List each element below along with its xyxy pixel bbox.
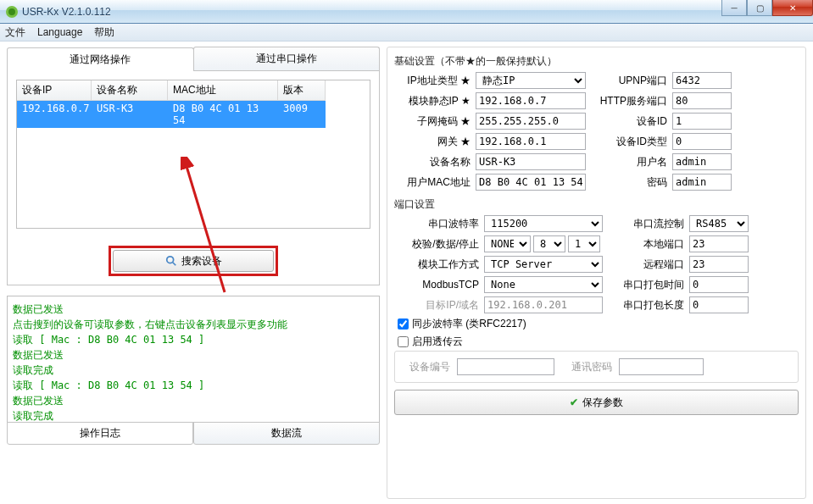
- col-name[interactable]: 设备名称: [92, 80, 168, 101]
- user-mac-input[interactable]: [476, 174, 586, 191]
- http-port-label: HTTP服务端口: [591, 94, 667, 108]
- cell-ip: 192.168.0.7: [17, 101, 92, 128]
- local-port-label: 本地端口: [608, 237, 684, 252]
- cloud-box: 设备编号 通讯密码: [394, 351, 799, 383]
- work-mode-label: 模块工作方式: [394, 258, 479, 272]
- save-params-button[interactable]: ✔ 保存参数: [394, 390, 799, 415]
- dev-name-label: 设备名称: [394, 155, 471, 169]
- parity-select[interactable]: NONE: [484, 235, 531, 252]
- log-line: 读取 [ Mac : D8 B0 4C 01 13 54 ]: [13, 378, 374, 393]
- maximize-button[interactable]: ▢: [747, 0, 772, 16]
- cell-name: USR-K3: [92, 101, 168, 128]
- search-button-highlight: 搜索设备: [109, 246, 278, 276]
- menu-help[interactable]: 帮助: [94, 25, 114, 40]
- cell-ver: 3009: [278, 101, 326, 128]
- ip-type-label: IP地址类型 ★: [394, 74, 471, 88]
- http-port-input[interactable]: [672, 92, 732, 109]
- menu-file[interactable]: 文件: [5, 25, 25, 40]
- ip-type-select[interactable]: 静态IP: [476, 72, 586, 89]
- password-label: 密码: [591, 175, 667, 190]
- subnet-label: 子网掩码 ★: [394, 114, 471, 129]
- remote-port-label: 远程端口: [608, 258, 684, 272]
- databits-select[interactable]: 8: [533, 235, 565, 252]
- upnp-port-label: UPNP端口: [591, 74, 667, 88]
- stopbits-select[interactable]: 1: [568, 235, 600, 252]
- log-line: 数据已发送: [13, 393, 374, 408]
- dev-id-type-input[interactable]: [672, 133, 732, 150]
- sync-baud-label: 同步波特率 (类RFC2217): [412, 317, 526, 331]
- remote-port-input[interactable]: [689, 256, 749, 273]
- menubar: 文件 Language 帮助: [0, 24, 813, 42]
- log-tabbar: 操作日志 数据流: [7, 422, 380, 445]
- dev-name-input[interactable]: [476, 153, 586, 170]
- tab-dataflow[interactable]: 数据流: [193, 422, 380, 445]
- password-input[interactable]: [672, 174, 732, 191]
- svg-line-3: [172, 263, 175, 266]
- col-mac[interactable]: MAC地址: [168, 80, 278, 101]
- cloud-id-label: 设备编号: [404, 360, 450, 374]
- search-device-button[interactable]: 搜索设备: [113, 250, 274, 272]
- enable-cloud-label: 启用透传云: [412, 335, 463, 349]
- cloud-id-input: [457, 358, 554, 375]
- dev-id-input[interactable]: [672, 113, 732, 130]
- log-line: 读取完成: [13, 408, 374, 423]
- static-ip-label: 模块静态IP ★: [394, 94, 471, 108]
- log-line: 读取 [ Mac : D8 B0 4C 01 13 54 ]: [13, 332, 374, 347]
- log-output[interactable]: 数据已发送 点击搜到的设备可读取参数，右键点击设备列表显示更多功能 读取 [ M…: [7, 296, 380, 423]
- check-icon: ✔: [570, 396, 578, 408]
- window-title: USR-Kx V2.1.0.112: [22, 6, 111, 18]
- menu-language[interactable]: Language: [37, 26, 82, 38]
- username-input[interactable]: [672, 153, 732, 170]
- search-button-label: 搜索设备: [181, 254, 222, 269]
- static-ip-input[interactable]: [476, 92, 586, 109]
- minimize-button[interactable]: ─: [721, 0, 747, 16]
- gateway-label: 网关 ★: [394, 135, 471, 149]
- psp-label: 校验/数据/停止: [394, 237, 479, 252]
- upnp-port-input[interactable]: [672, 72, 732, 89]
- flow-label: 串口流控制: [608, 217, 684, 231]
- close-button[interactable]: ✕: [772, 0, 813, 16]
- enable-cloud-checkbox[interactable]: [398, 336, 409, 347]
- svg-point-2: [166, 257, 173, 263]
- flow-select[interactable]: RS485: [689, 215, 749, 232]
- cloud-pwd-label: 通讯密码: [561, 360, 612, 374]
- cloud-pwd-input: [619, 358, 704, 375]
- col-ver[interactable]: 版本: [278, 80, 326, 101]
- pack-time-input[interactable]: [689, 276, 749, 293]
- work-mode-select[interactable]: TCP Server: [484, 256, 603, 273]
- log-line: 点击搜到的设备可读取参数，右键点击设备列表显示更多功能: [13, 317, 374, 332]
- left-tabbar: 通过网络操作 通过串口操作: [7, 47, 380, 71]
- app-icon: [5, 5, 19, 19]
- user-mac-label: 用户MAC地址: [394, 175, 471, 190]
- modbus-label: ModbusTCP: [394, 279, 479, 291]
- gateway-input[interactable]: [476, 133, 586, 150]
- log-line: 数据已发送: [13, 347, 374, 363]
- port-settings-title: 端口设置: [394, 197, 799, 212]
- save-button-label: 保存参数: [582, 396, 623, 410]
- dev-id-type-label: 设备ID类型: [591, 135, 667, 149]
- target-host-input: [484, 296, 603, 313]
- subnet-input[interactable]: [476, 113, 586, 130]
- target-host-label: 目标IP/域名: [394, 298, 479, 313]
- col-ip[interactable]: 设备IP: [17, 80, 92, 101]
- device-table[interactable]: 设备IP 设备名称 MAC地址 版本 192.168.0.7 USR-K3 D8…: [16, 80, 370, 229]
- modbus-select[interactable]: None: [484, 276, 603, 293]
- pack-len-label: 串口打包长度: [608, 298, 684, 313]
- sync-baud-checkbox[interactable]: [398, 318, 409, 330]
- local-port-input[interactable]: [689, 235, 749, 252]
- svg-point-1: [8, 8, 15, 15]
- baud-label: 串口波特率: [394, 217, 479, 231]
- tab-log[interactable]: 操作日志: [7, 422, 193, 445]
- search-icon: [165, 255, 177, 267]
- pack-time-label: 串口打包时间: [608, 278, 684, 292]
- baud-select[interactable]: 115200: [484, 215, 603, 232]
- log-line: 数据已发送: [13, 302, 374, 317]
- tab-serial[interactable]: 通过串口操作: [193, 47, 381, 70]
- cell-mac: D8 B0 4C 01 13 54: [168, 101, 278, 128]
- dev-id-label: 设备ID: [591, 114, 667, 129]
- pack-len-input[interactable]: [689, 296, 749, 313]
- tab-network[interactable]: 通过网络操作: [7, 47, 194, 71]
- titlebar: USR-Kx V2.1.0.112 ─ ▢ ✕: [0, 0, 813, 24]
- username-label: 用户名: [591, 155, 667, 169]
- basic-settings-title: 基础设置（不带★的一般保持默认）: [394, 54, 799, 69]
